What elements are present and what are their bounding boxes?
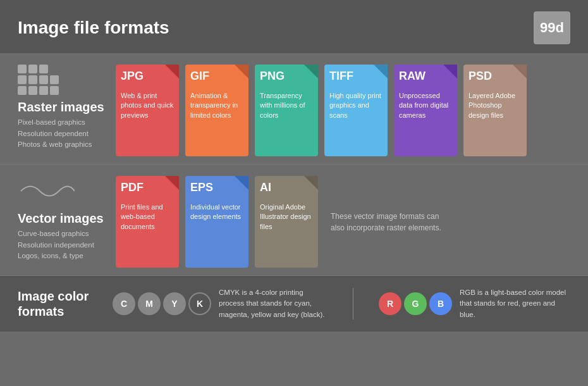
card-body-jpg: JPG Web & print photos and quick preview… <box>116 65 179 156</box>
card-text-ai: Original Adobe Illustrator design files <box>260 202 313 232</box>
color-formats-title: Image color formats <box>18 289 94 319</box>
rgb-circles: R G B <box>379 292 452 315</box>
card-body-gif: GIF Animation & transparency in limited … <box>185 65 248 156</box>
card-text-pdf: Print files and web-based documents <box>121 202 174 232</box>
dot <box>18 86 27 95</box>
k-circle: K <box>188 292 211 315</box>
color-section: Image color formats C M Y K CMYK is a 4-… <box>0 276 588 332</box>
vector-info: Vector images Curve-based graphics Resol… <box>18 176 116 268</box>
file-card-gif: GIF Animation & transparency in limited … <box>185 65 248 156</box>
y-circle: Y <box>163 292 186 315</box>
fold-tiff <box>374 65 388 78</box>
dot <box>50 86 59 95</box>
vector-section: Vector images Curve-based graphics Resol… <box>0 165 588 276</box>
file-card-eps: EPS Individual vector design elements <box>185 176 248 268</box>
card-body-raw: RAW Unprocessed data from digital camera… <box>394 65 457 156</box>
card-body-psd: PSD Layered Adobe Photoshop design files <box>463 65 527 156</box>
card-label-jpg: JPG <box>121 70 144 83</box>
rgb-group: R G B RGB is a light-based color model t… <box>379 287 570 320</box>
raster-info: Raster images Pixel-based graphics Resol… <box>18 65 116 156</box>
card-text-gif: Animation & transparency in limited colo… <box>190 91 243 120</box>
vector-cards: PDF Print files and web-based documents … <box>116 176 570 268</box>
raster-section: Raster images Pixel-based graphics Resol… <box>0 53 588 165</box>
vector-title: Vector images <box>18 211 109 226</box>
r-circle: R <box>379 292 401 315</box>
card-body-tiff: TIFF High quality print graphics and sca… <box>324 65 388 156</box>
file-card-ai: AI Original Adobe Illustrator design fil… <box>255 176 318 268</box>
card-text-tiff: High quality print graphics and scans <box>329 91 383 120</box>
dot <box>39 65 48 73</box>
file-card-pdf: PDF Print files and web-based documents <box>116 176 179 268</box>
rgb-desc: RGB is a light-based color model that st… <box>460 287 570 320</box>
file-card-raw: RAW Unprocessed data from digital camera… <box>394 65 457 156</box>
b-circle: B <box>429 292 452 315</box>
dot <box>18 75 27 84</box>
dot <box>50 75 59 84</box>
raster-icon <box>18 65 109 95</box>
card-body-png: PNG Transparency with millions of colors <box>255 65 318 156</box>
g-circle: G <box>404 292 427 315</box>
fold-pdf <box>165 176 179 190</box>
card-text-jpg: Web & print photos and quick previews <box>121 91 174 120</box>
raster-cards: JPG Web & print photos and quick preview… <box>116 65 570 156</box>
dot <box>28 75 37 84</box>
wave-icon <box>18 178 109 206</box>
dot <box>50 65 59 73</box>
card-label-png: PNG <box>260 70 285 83</box>
vector-desc: Curve-based graphics Resolution independ… <box>18 228 109 261</box>
file-card-psd: PSD Layered Adobe Photoshop design files <box>463 65 527 156</box>
card-label-gif: GIF <box>190 70 209 83</box>
dot <box>18 65 27 73</box>
card-text-raw: Unprocessed data from digital cameras <box>399 91 452 120</box>
card-body-pdf: PDF Print files and web-based documents <box>116 176 179 268</box>
header: Image file formats 99d <box>0 0 588 53</box>
dot <box>39 86 48 95</box>
file-card-png: PNG Transparency with millions of colors <box>255 65 318 156</box>
fold-eps <box>235 176 248 190</box>
raster-title: Raster images <box>18 100 109 115</box>
file-card-jpg: JPG Web & print photos and quick preview… <box>116 65 179 156</box>
card-label-pdf: PDF <box>121 181 144 194</box>
fold-ai <box>304 176 318 190</box>
card-text-psd: Layered Adobe Photoshop design files <box>469 91 522 120</box>
cmyk-group: C M Y K CMYK is a 4-color printing proce… <box>113 287 328 320</box>
raster-dots <box>18 65 109 95</box>
card-body-eps: EPS Individual vector design elements <box>185 176 248 268</box>
cmyk-desc: CMYK is a 4-color printing process that … <box>219 287 328 320</box>
card-body-ai: AI Original Adobe Illustrator design fil… <box>255 176 318 268</box>
fold-png <box>304 65 318 78</box>
c-circle: C <box>113 292 135 315</box>
fold-psd <box>513 65 527 78</box>
dot <box>28 65 37 73</box>
section-divider <box>353 288 353 320</box>
fold-gif <box>235 65 248 78</box>
card-text-eps: Individual vector design elements <box>190 202 243 222</box>
dot <box>28 86 37 95</box>
file-card-tiff: TIFF High quality print graphics and sca… <box>324 65 388 156</box>
m-circle: M <box>138 292 161 315</box>
logo-99d: 99d <box>534 11 570 44</box>
cmyk-circles: C M Y K <box>113 292 211 315</box>
dot <box>39 75 48 84</box>
page-title: Image file formats <box>18 18 169 38</box>
raster-desc: Pixel-based graphics Resolution dependen… <box>18 117 109 150</box>
card-label-ai: AI <box>260 181 271 194</box>
card-label-psd: PSD <box>469 70 492 83</box>
card-text-png: Transparency with millions of colors <box>260 91 313 120</box>
card-label-tiff: TIFF <box>329 70 353 83</box>
card-label-raw: RAW <box>399 70 426 83</box>
vector-note: These vector image formats can also inco… <box>324 176 451 268</box>
fold-raw <box>443 65 457 78</box>
fold-jpg <box>165 65 179 78</box>
card-label-eps: EPS <box>190 181 213 194</box>
